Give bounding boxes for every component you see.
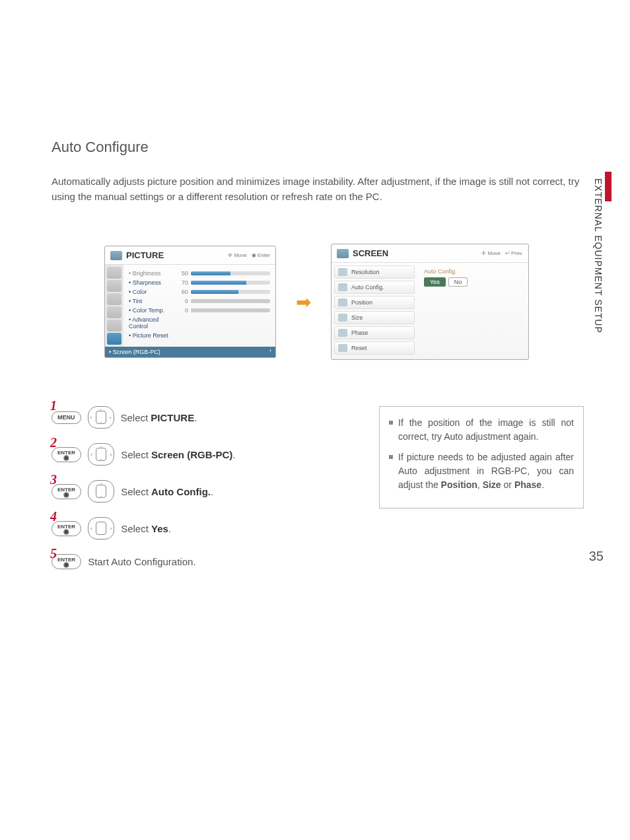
picture-setting: • Color60 bbox=[129, 287, 270, 297]
picture-footer: • Screen (RGB-PC)ꜛ bbox=[105, 347, 275, 357]
picture-osd: PICTURE ✢ Move ◉ Enter • Brightness50• S… bbox=[104, 246, 276, 358]
page-number: 35 bbox=[589, 549, 604, 564]
picture-setting: • Brightness50 bbox=[129, 269, 270, 278]
menu-item-icon bbox=[338, 298, 347, 306]
intro-text: Automatically adjusts picture position a… bbox=[52, 174, 584, 204]
nav-pad[interactable]: ‹›ˆˇ bbox=[88, 406, 114, 429]
step-text: Select Yes. bbox=[121, 523, 171, 534]
step-number: 5 bbox=[50, 546, 57, 561]
step-number: 3 bbox=[50, 472, 57, 487]
section-label: EXTERNAL EQUIPMENT SETUP bbox=[593, 178, 604, 333]
yes-button[interactable]: Yes bbox=[424, 277, 446, 287]
screen-menu-item[interactable]: Auto Config. bbox=[334, 281, 415, 294]
nav-pad[interactable]: ‹›ˆˇ bbox=[88, 443, 114, 466]
menu-item-label: Phase bbox=[351, 330, 368, 336]
step-row: 4ENTER◉‹›Select Yes. bbox=[52, 517, 339, 540]
step-row: 5ENTER◉Start Auto Configuration. bbox=[52, 554, 339, 569]
menu-item-icon bbox=[338, 344, 347, 352]
nav-pad[interactable]: ‹› bbox=[88, 517, 114, 540]
step-row: 1MENU‹›ˆˇSelect PICTURE. bbox=[52, 406, 339, 429]
screen-menu-item[interactable]: Phase bbox=[334, 326, 415, 339]
tips-box: If the position of the image is still no… bbox=[379, 406, 584, 508]
tip-2: If picture needs to be adjusted again af… bbox=[389, 450, 574, 492]
screen-menu-item[interactable]: Size bbox=[334, 311, 415, 324]
no-button[interactable]: No bbox=[448, 277, 468, 287]
screen-icon bbox=[337, 249, 349, 258]
screen-menu-item[interactable]: Position bbox=[334, 296, 415, 309]
step-row: 3ENTER◉ˆˇSelect Auto Config.. bbox=[52, 480, 339, 503]
step-text: Start Auto Configuration. bbox=[88, 556, 195, 567]
menu-item-label: Resolution bbox=[351, 269, 380, 275]
picture-setting: • Tint0 bbox=[129, 297, 270, 306]
menu-item-label: Size bbox=[351, 314, 363, 321]
osd-hint: ✢ Move ↩ Prev. bbox=[481, 250, 523, 256]
picture-title: PICTURE bbox=[126, 250, 228, 260]
tip-1: If the position of the image is still no… bbox=[389, 416, 574, 444]
step-number: 2 bbox=[50, 435, 57, 450]
step-text: Select Auto Config.. bbox=[121, 486, 213, 497]
nav-pad[interactable]: ˆˇ bbox=[88, 480, 114, 503]
menu-item-label: Reset bbox=[351, 345, 367, 351]
menu-item-label: Auto Config. bbox=[351, 284, 384, 291]
menu-item-icon bbox=[338, 314, 347, 322]
osd-hint: ✢ Move ◉ Enter bbox=[228, 252, 270, 258]
menu-item-icon bbox=[338, 268, 347, 276]
screen-menu-item[interactable]: Resolution bbox=[334, 265, 415, 279]
screen-osd: SCREEN ✢ Move ↩ Prev. ResolutionAuto Con… bbox=[331, 244, 529, 360]
step-number: 1 bbox=[50, 398, 57, 413]
menu-item-label: Position bbox=[351, 299, 372, 306]
page-heading: Auto Configure bbox=[52, 139, 584, 156]
screen-menu-item[interactable]: Reset bbox=[334, 341, 415, 355]
screen-title: SCREEN bbox=[353, 248, 481, 258]
auto-config-label: Auto Config. bbox=[424, 268, 522, 275]
picture-icon bbox=[110, 251, 122, 260]
picture-setting: • Color Temp.0 bbox=[129, 306, 270, 315]
osd-tabs bbox=[105, 265, 123, 347]
step-number: 4 bbox=[50, 509, 57, 524]
picture-setting: • Sharpness70 bbox=[129, 278, 270, 287]
side-accent bbox=[605, 172, 612, 201]
menu-item-icon bbox=[338, 329, 347, 337]
arrow-right-icon: ➡ bbox=[296, 291, 311, 313]
step-row: 2ENTER◉‹›ˆˇSelect Screen (RGB-PC). bbox=[52, 443, 339, 466]
menu-item-icon bbox=[338, 283, 347, 291]
picture-setting: • Picture Reset bbox=[129, 331, 270, 340]
step-text: Select Screen (RGB-PC). bbox=[121, 449, 235, 460]
picture-setting: • Advanced Control bbox=[129, 315, 270, 331]
step-text: Select PICTURE. bbox=[121, 412, 197, 423]
